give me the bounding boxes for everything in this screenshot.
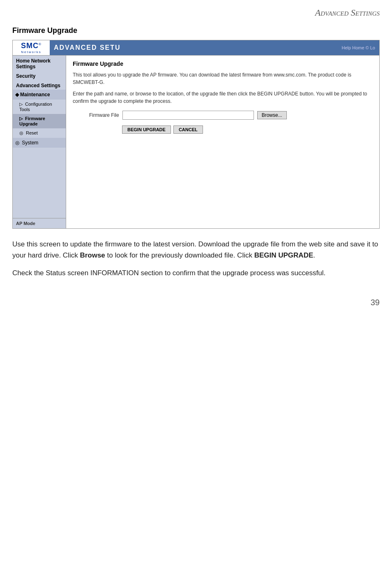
browse-bold: Browse xyxy=(80,251,105,259)
panel-title-text: ADVANCED SETU xyxy=(54,44,121,51)
panel-body: Home Network Settings Security Advanced … xyxy=(13,55,379,228)
firmware-file-row: Firmware File Browse... xyxy=(73,111,373,120)
smc-logo-text: SMC© xyxy=(21,42,42,50)
sidebar-item-security[interactable]: Security xyxy=(13,71,66,80)
content-title: Firmware Upgrade xyxy=(73,60,373,67)
firmware-bullet: ▷ xyxy=(19,116,23,121)
logo-networks: Networks xyxy=(21,50,41,54)
reset-bullet: ◎ xyxy=(19,130,23,135)
page-number: 39 xyxy=(0,286,392,311)
title-settings: Settings xyxy=(351,7,380,18)
sidebar-item-reset[interactable]: ◎ Reset xyxy=(13,128,66,138)
content-area: Firmware Upgrade This tool allows you to… xyxy=(66,56,379,228)
panel-title-area: ADVANCED SETU Help Home © Lo xyxy=(50,40,379,55)
panel-topbar: SMC© Networks ADVANCED SETU Help Home © … xyxy=(13,40,379,55)
begin-upgrade-button[interactable]: BEGIN UPGRADE xyxy=(122,125,171,134)
title-advanced: Advanced xyxy=(315,7,349,18)
sidebar-item-configuration-tools[interactable]: ▷ Configuration Tools xyxy=(13,100,66,114)
sidebar-bottom-ap-mode: AP Mode xyxy=(13,218,66,228)
content-desc2: Enter the path and name, or browse to th… xyxy=(73,90,373,105)
firmware-file-input[interactable] xyxy=(122,111,254,120)
browse-button[interactable]: Browse... xyxy=(257,111,287,119)
sidebar: Home Network Settings Security Advanced … xyxy=(13,56,66,228)
action-buttons: BEGIN UPGRADE CANCEL xyxy=(73,125,373,134)
panel-logo: SMC© Networks xyxy=(13,40,50,55)
config-bullet: ▷ xyxy=(19,102,23,107)
content-desc1: This tool allows you to upgrade the AP f… xyxy=(73,71,373,86)
topbar-links: Help Home © Lo xyxy=(342,45,375,50)
section-heading: Firmware Upgrade xyxy=(0,22,392,40)
sidebar-item-maintenance[interactable]: ◆Maintenance xyxy=(13,90,66,100)
page-header: Advanced Settings xyxy=(0,0,392,22)
system-bullet: ◎ xyxy=(15,140,19,146)
ui-panel: SMC© Networks ADVANCED SETU Help Home © … xyxy=(12,40,380,229)
cancel-button[interactable]: CANCEL xyxy=(173,125,203,134)
sidebar-item-home-network-settings[interactable]: Home Network Settings xyxy=(13,56,66,71)
sidebar-item-advanced-settings[interactable]: Advanced Settings xyxy=(13,80,66,90)
sidebar-item-firmware-upgrade[interactable]: ▷ Firmware Upgrade xyxy=(13,114,66,128)
sidebar-item-system[interactable]: ◎ System xyxy=(13,138,66,148)
description-text: Use this screen to update the firmware t… xyxy=(0,229,392,286)
maintenance-bullet: ◆ xyxy=(15,92,19,97)
begin-upgrade-bold: BEGIN UPGRADE xyxy=(254,251,314,259)
firmware-file-label: Firmware File xyxy=(89,112,119,118)
